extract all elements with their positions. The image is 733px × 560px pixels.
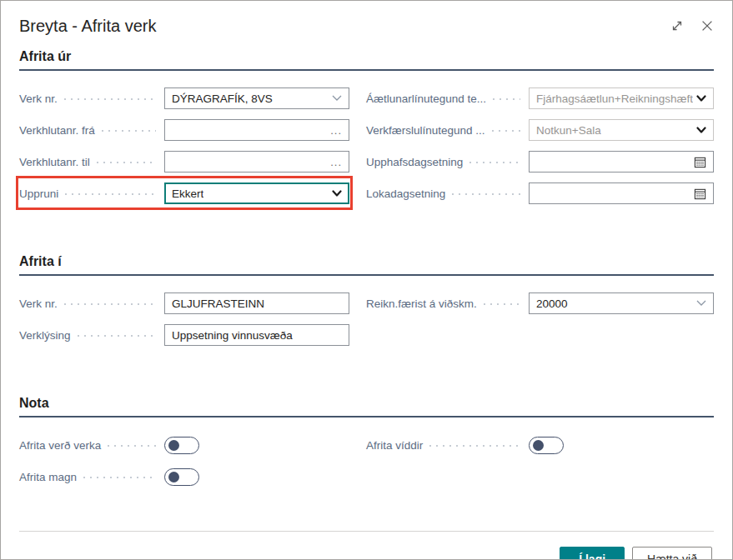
- section-copy-from-heading: Afrita úr: [19, 49, 714, 71]
- close-icon[interactable]: [699, 18, 715, 34]
- job-task-to-input[interactable]: ...: [164, 151, 349, 172]
- dotted-leader: [83, 477, 156, 478]
- dotted-leader: [65, 193, 156, 195]
- bill-to-customer-label: Reikn.færist á viðskm.: [366, 298, 477, 310]
- field-start-date: Upphafsdagsetning: [366, 151, 714, 172]
- copy-from-right-column: Áætlunarlínutegund te... Fjárhagsáætlun+…: [366, 88, 714, 214]
- toggle-knob: [533, 440, 544, 451]
- job-no-to-label: Verk nr.: [19, 298, 58, 310]
- copy-to-right-column: Reikn.færist á viðskm. 20000: [366, 292, 714, 356]
- copy-job-prices-label: Afrita verð verka: [19, 439, 101, 452]
- dotted-leader: [64, 98, 156, 100]
- chevron-down-icon[interactable]: [332, 190, 342, 198]
- job-no-from-label: Verk nr.: [19, 92, 58, 105]
- chevron-down-icon[interactable]: [696, 300, 706, 307]
- start-date-label: Upphafsdagsetning: [366, 156, 463, 168]
- apply-right-column: Afrita víddir: [366, 434, 714, 498]
- section-copy-to-heading: Afrita í: [19, 254, 714, 276]
- bill-to-customer-combobox[interactable]: 20000: [529, 292, 714, 314]
- end-date-input[interactable]: [529, 182, 714, 204]
- field-copy-job-prices: Afrita verð verka: [19, 434, 349, 456]
- end-date-label: Lokadagsetning: [366, 188, 445, 200]
- calendar-icon[interactable]: [694, 156, 706, 168]
- assist-edit-icon[interactable]: ...: [330, 156, 342, 168]
- job-task-from-control: ...: [164, 119, 349, 141]
- copy-dimensions-label: Afrita víddir: [366, 439, 423, 452]
- ok-button[interactable]: Í lagi: [560, 547, 625, 560]
- dotted-leader: [452, 193, 520, 195]
- dotted-leader: [484, 303, 520, 305]
- copy-dimensions-toggle[interactable]: [529, 437, 564, 454]
- section-copy-to-fields: Verk nr. Verklýsing Reikn.færist á viðsk…: [1, 292, 732, 356]
- page-title: Breyta - Afrita verk: [19, 14, 157, 38]
- description-control: [164, 324, 349, 346]
- toggle-knob: [168, 472, 179, 482]
- section-apply-heading: Nota: [19, 396, 714, 418]
- dotted-leader: [469, 162, 520, 163]
- ledger-line-type-label: Verkfærslulínutegund ...: [366, 124, 485, 137]
- apply-left-column: Afrita verð verka Afrita magn: [19, 434, 349, 498]
- field-job-task-from: Verkhlutanr. frá ...: [19, 119, 349, 141]
- ledger-line-type-control: Notkun+Sala: [529, 119, 714, 141]
- bill-to-customer-control: 20000: [529, 292, 714, 314]
- planning-line-type-select: Fjárhagsáætlun+Reikningshæft: [529, 88, 714, 109]
- copy-to-left-column: Verk nr. Verklýsing: [19, 292, 349, 356]
- copy-job-prices-toggle[interactable]: [164, 437, 199, 454]
- assist-edit-icon[interactable]: ...: [330, 124, 342, 137]
- chevron-down-icon[interactable]: [332, 95, 342, 102]
- field-planning-line-type: Áætlunarlínutegund te... Fjárhagsáætlun+…: [366, 88, 714, 109]
- job-no-from-combobox[interactable]: DÝRAGRAFÍK, 8VS: [164, 88, 349, 109]
- ledger-line-type-select: Notkun+Sala: [529, 119, 714, 141]
- job-task-to-label: Verkhlutanr. til: [19, 156, 90, 168]
- cancel-button[interactable]: Hætta við: [632, 547, 712, 560]
- copy-job-prices-control: [164, 434, 349, 456]
- field-end-date: Lokadagsetning: [366, 182, 714, 204]
- source-control: Ekkert: [164, 182, 349, 204]
- field-ledger-line-type: Verkfærslulínutegund ... Notkun+Sala: [366, 119, 714, 141]
- source-select[interactable]: Ekkert: [164, 182, 349, 204]
- chevron-down-icon: [696, 95, 706, 102]
- job-no-to-control: [164, 292, 349, 314]
- job-task-from-label: Verkhlutanr. frá: [19, 124, 95, 137]
- dotted-leader: [108, 445, 156, 447]
- section-apply-fields: Afrita verð verka Afrita magn: [1, 434, 732, 498]
- source-label: Uppruni: [19, 188, 58, 200]
- header-icons: [669, 18, 715, 34]
- job-task-from-input[interactable]: ...: [164, 119, 349, 141]
- dotted-leader: [429, 445, 520, 447]
- field-job-task-to: Verkhlutanr. til ...: [19, 151, 349, 172]
- dotted-leader: [102, 130, 156, 132]
- description-label: Verklýsing: [19, 329, 71, 342]
- copy-dimensions-control: [529, 434, 714, 456]
- end-date-control: [529, 182, 714, 204]
- description-input[interactable]: [164, 324, 349, 346]
- field-source: Uppruni Ekkert: [19, 182, 349, 204]
- dotted-leader: [78, 335, 156, 337]
- toggle-knob: [168, 440, 179, 451]
- footer-buttons: Í lagi Hætta við: [1, 532, 732, 560]
- field-job-no-from: Verk nr. DÝRAGRAFÍK, 8VS: [19, 88, 349, 109]
- section-copy-from-fields: Verk nr. DÝRAGRAFÍK, 8VS Verkhlutanr. fr…: [1, 88, 732, 214]
- job-no-to-input[interactable]: [164, 292, 349, 314]
- chevron-down-icon: [696, 127, 706, 134]
- start-date-control: [529, 151, 714, 172]
- dotted-leader: [64, 303, 156, 305]
- dotted-leader: [492, 130, 520, 132]
- copy-job-dialog: Breyta - Afrita verk: [0, 0, 733, 560]
- field-copy-dimensions: Afrita víddir: [366, 434, 714, 456]
- job-task-to-control: ...: [164, 151, 349, 172]
- expand-icon[interactable]: [669, 18, 685, 34]
- planning-line-type-label: Áætlunarlínutegund te...: [366, 92, 486, 105]
- field-copy-quantity: Afrita magn: [19, 466, 349, 488]
- copy-quantity-toggle[interactable]: [164, 468, 199, 486]
- field-description: Verklýsing: [19, 324, 349, 346]
- planning-line-type-control: Fjárhagsáætlun+Reikningshæft: [529, 88, 714, 109]
- start-date-input[interactable]: [529, 151, 714, 172]
- job-no-from-control: DÝRAGRAFÍK, 8VS: [164, 88, 349, 109]
- dialog-header: Breyta - Afrita verk: [1, 1, 732, 38]
- copy-quantity-control: [164, 466, 349, 488]
- copy-from-left-column: Verk nr. DÝRAGRAFÍK, 8VS Verkhlutanr. fr…: [19, 88, 349, 214]
- calendar-icon[interactable]: [694, 188, 706, 200]
- dotted-leader: [97, 162, 156, 163]
- dotted-leader: [493, 98, 520, 100]
